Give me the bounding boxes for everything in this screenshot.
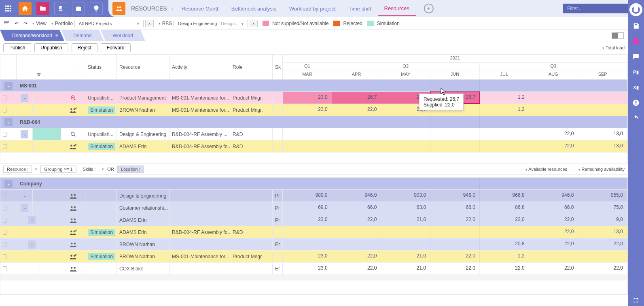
strategy-icon[interactable] [54,2,67,15]
app-logo-icon[interactable] [629,3,642,16]
svg-rect-4 [7,8,9,9]
svg-rect-0 [5,6,7,7]
nav-resources[interactable]: Resources [378,5,416,16]
svg-rect-2 [10,6,11,7]
home-icon[interactable] [19,2,32,15]
module-label: RESOURCES [128,5,170,12]
svg-rect-1 [7,6,9,7]
svg-rect-3 [5,8,7,9]
nav-workload-project[interactable]: Workload by project [283,6,342,12]
nav-resource-gantt[interactable]: Resource Gantt [175,6,225,12]
people-icon [112,2,125,15]
idea-icon[interactable] [90,2,103,15]
svg-rect-5 [10,8,11,9]
app-bar: RESOURCES › Resource Gantt Bottleneck an… [0,0,644,17]
nav-tabs: RESOURCES › Resource Gantt Bottleneck an… [108,0,644,17]
svg-point-9 [117,6,119,8]
chevron-right-icon: › [170,6,175,11]
svg-rect-6 [5,10,7,12]
nav-time-shift[interactable]: Time shift [342,6,378,12]
svg-rect-7 [7,10,9,12]
folder-icon[interactable] [36,2,49,15]
app-grid-icon[interactable] [0,0,16,17]
svg-point-10 [119,6,121,8]
briefcase-icon[interactable] [72,2,85,15]
right-rail: P▮ X▮ $ [628,0,644,17]
svg-rect-8 [10,10,11,12]
add-tab-button[interactable]: + [424,4,434,13]
nav-bottleneck[interactable]: Bottleneck analysis [225,6,283,12]
